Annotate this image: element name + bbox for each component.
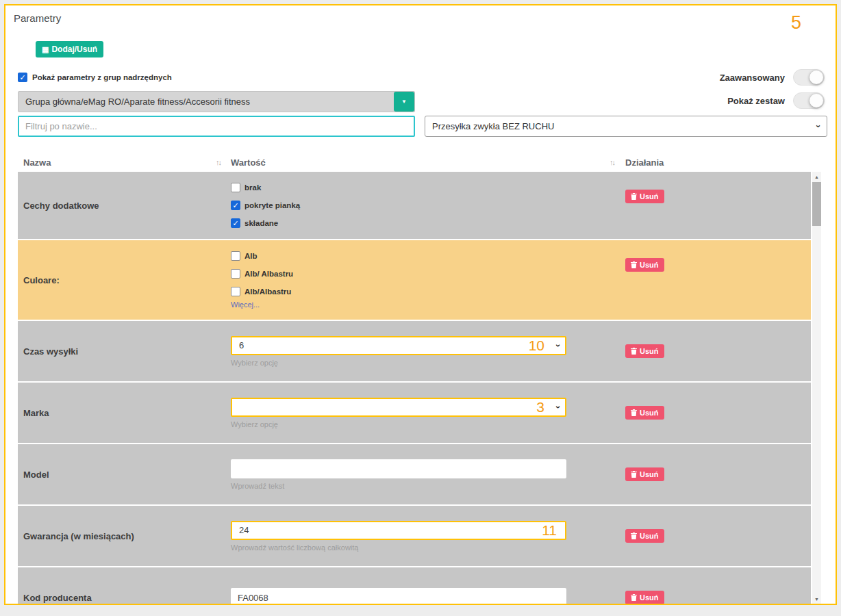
param-name: Czas wysyłki: [23, 346, 78, 357]
param-name-cell: Marka: [18, 383, 229, 443]
checkbox-label: składane: [244, 219, 278, 227]
checkbox-label: Alb: [244, 252, 258, 260]
checkbox-option[interactable]: Alb: [231, 247, 621, 265]
checkbox-label: brak: [244, 183, 261, 192]
advanced-toggle[interactable]: [793, 69, 825, 86]
table-row: Kod producentaFA0068Usuń: [18, 567, 811, 604]
sort-icon[interactable]: ↑↓: [610, 158, 614, 166]
delete-label: Usuń: [640, 347, 659, 355]
sort-icon[interactable]: ↑↓: [216, 158, 221, 166]
group-path-value: Grupa główna/eMag RO/Aparate fitness/Acc…: [25, 97, 250, 107]
checkbox-option[interactable]: Alb/Albastru: [231, 283, 621, 300]
checkbox-option[interactable]: Alb/ Albastru: [231, 265, 621, 283]
table-row: Czas wysyłki610›Wybierz opcjęUsuń: [18, 321, 811, 381]
value-input[interactable]: FA0068: [231, 588, 566, 604]
param-name: Marka: [23, 408, 49, 418]
param-name-cell: Czas wysyłki: [18, 321, 229, 381]
scrollbar-thumb[interactable]: [812, 182, 821, 226]
table-row: Marka3›Wybierz opcjęUsuń: [18, 383, 811, 443]
delete-button[interactable]: Usuń: [625, 190, 664, 203]
trash-icon: [631, 409, 637, 416]
more-link[interactable]: Więcej...: [231, 300, 621, 313]
column-header-actions: Działania: [621, 157, 811, 168]
value-input[interactable]: [231, 459, 566, 478]
table-row: Cechy dodatkowebrak✓pokryte pianką✓skład…: [18, 172, 811, 239]
delete-label: Usuń: [640, 409, 659, 417]
chevron-down-icon: ›: [553, 344, 562, 346]
add-remove-button[interactable]: ▦ Dodaj/Usuń: [36, 41, 103, 57]
checkbox-label: pokryte pianką: [244, 201, 300, 209]
delete-label: Usuń: [640, 470, 659, 478]
param-actions-cell: Usuń: [621, 506, 811, 566]
show-set-toggle[interactable]: [793, 92, 825, 109]
value-input[interactable]: 2411: [231, 521, 566, 540]
toggle-knob: [809, 94, 823, 107]
caret-down-icon[interactable]: ▼: [394, 92, 414, 112]
value-select[interactable]: 3›: [231, 398, 566, 417]
scrollbar[interactable]: ▲ ▼: [812, 172, 821, 604]
checkbox-option[interactable]: ✓pokryte pianką: [231, 196, 621, 214]
trash-icon: [631, 532, 637, 539]
show-parent-checkbox[interactable]: ✓: [18, 73, 27, 82]
add-remove-label: Dodaj/Usuń: [51, 44, 97, 54]
param-actions-cell: Usuń: [621, 172, 811, 239]
value-text: FA0068: [238, 593, 268, 603]
trash-icon: [631, 193, 637, 200]
annotation-number-page: 5: [791, 12, 801, 34]
checkbox[interactable]: [231, 251, 240, 261]
param-value-cell: AlbAlb/ AlbastruAlb/AlbastruWięcej...: [229, 240, 621, 320]
header-value-label: Wartość: [231, 157, 266, 168]
group-path-select[interactable]: Grupa główna/eMag RO/Aparate fitness/Acc…: [18, 91, 415, 112]
param-name-cell: Culoare:: [18, 240, 229, 320]
checkbox[interactable]: ✓: [231, 218, 240, 228]
delete-button[interactable]: Usuń: [625, 529, 664, 543]
shipping-select[interactable]: Przesyłka zwykła BEZ RUCHU ›: [425, 116, 827, 137]
helper-text: Wybierz opcję: [231, 420, 621, 428]
scroll-up-icon[interactable]: ▲: [812, 172, 821, 181]
param-value-cell: FA0068: [229, 567, 621, 604]
filter-by-name-input[interactable]: [18, 116, 415, 137]
delete-label: Usuń: [640, 532, 659, 540]
parameters-panel: Parametry 5 ▦ Dodaj/Usuń ✓ Pokaż paramet…: [4, 4, 837, 605]
grid-icon: ▦: [42, 46, 49, 53]
delete-button[interactable]: Usuń: [625, 258, 664, 272]
param-value-cell: 3›Wybierz opcję: [229, 383, 621, 443]
checkbox[interactable]: [231, 269, 240, 279]
param-name: Kod producenta: [23, 593, 92, 603]
param-name-cell: Model: [18, 444, 229, 504]
checkbox[interactable]: ✓: [231, 201, 240, 210]
page-title: Parametry: [14, 12, 61, 24]
show-parent-params-option[interactable]: ✓ Pokaż parametry z grup nadrzędnych: [18, 73, 172, 82]
scroll-down-icon[interactable]: ▼: [812, 594, 821, 604]
advanced-label: Zaawansowany: [720, 73, 785, 83]
checkbox[interactable]: [231, 287, 240, 296]
param-actions-cell: Usuń: [621, 383, 811, 443]
delete-label: Usuń: [640, 192, 659, 201]
param-name: Culoare:: [23, 275, 60, 285]
value-text: 6: [239, 340, 244, 350]
checkbox-option[interactable]: ✓składane: [231, 214, 621, 232]
value-select[interactable]: 610›: [231, 336, 566, 355]
delete-button[interactable]: Usuń: [625, 467, 664, 481]
param-value-cell: 2411Wprowadź wartość liczbową całkowitą: [229, 506, 621, 566]
show-set-toggle-row: Pokaż zestaw: [727, 92, 825, 109]
table-row: ModelWprowadź tekstUsuń: [18, 444, 811, 504]
value-text: 24: [239, 525, 249, 535]
delete-label: Usuń: [640, 261, 659, 269]
show-parent-label: Pokaż parametry z grup nadrzędnych: [32, 73, 172, 81]
param-name: Gwarancja (w miesiącach): [23, 531, 134, 541]
checkbox-label: Alb/Albastru: [244, 287, 291, 296]
helper-text: Wprowadź wartość liczbową całkowitą: [231, 543, 621, 552]
table-row: Culoare:AlbAlb/ AlbastruAlb/AlbastruWięc…: [18, 240, 811, 320]
table-header: Nazwa ↑↓ Wartość ↑↓ Działania: [18, 153, 811, 171]
param-name: Model: [23, 470, 49, 480]
checkbox[interactable]: [231, 183, 240, 192]
parameters-table-body: Cechy dodatkowebrak✓pokryte pianką✓skład…: [18, 172, 811, 604]
show-set-label: Pokaż zestaw: [727, 96, 785, 106]
checkbox-option[interactable]: brak: [231, 179, 621, 196]
delete-button[interactable]: Usuń: [625, 591, 664, 604]
helper-text: Wprowadź tekst: [231, 482, 621, 490]
delete-button[interactable]: Usuń: [625, 406, 664, 420]
delete-button[interactable]: Usuń: [625, 344, 664, 358]
param-name-cell: Cechy dodatkowe: [18, 172, 229, 239]
